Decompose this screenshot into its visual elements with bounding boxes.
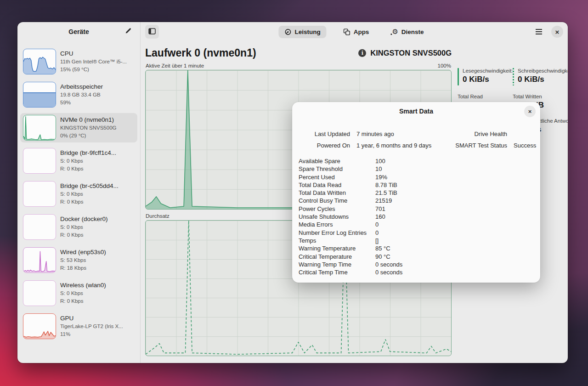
sidebar-item-wired[interactable]: Wired (enp53s0) S: 53 Kbps R: 18 Kbps <box>20 245 137 275</box>
sidebar: Geräte CPU 11th Gen Intel® Core™ i5-... … <box>17 22 141 363</box>
smart-row: Control Busy Time21519 <box>299 197 534 204</box>
write-legend-bar <box>513 68 514 85</box>
tab-leistung[interactable]: Leistung <box>278 26 326 38</box>
summary-value: 7 minutes ago <box>356 131 442 137</box>
device-model-name: KINGSTON SNVS500G <box>370 49 452 57</box>
page-title-row: Laufwerk 0 (nvme0n1) i KINGSTON SNVS500G <box>145 43 452 62</box>
smart-row: Total Data Written21.5 TiB <box>299 189 534 197</box>
smart-row: Available Spare100 <box>299 157 534 165</box>
speedometer-icon <box>284 28 291 35</box>
device-subtitle: S: 0 Kbps <box>60 190 119 198</box>
device-title: Wireless (wlan0) <box>60 282 106 289</box>
network-sparkline <box>23 247 56 273</box>
dialog-title: Smart Data <box>399 108 433 115</box>
tab-apps[interactable]: Apps <box>338 26 375 38</box>
sidebar-title: Geräte <box>68 28 89 35</box>
summary-label: Powered On <box>299 142 350 149</box>
device-title: NVMe 0 (nvme0n1) <box>60 116 117 123</box>
sidebar-panel-icon <box>148 28 156 36</box>
device-info[interactable]: i KINGSTON SNVS500G <box>358 49 452 57</box>
sidebar-item-docker[interactable]: Docker (docker0) S: 0 Kbps R: 0 Kbps <box>20 212 137 242</box>
dialog-header: Smart Data × <box>292 102 540 120</box>
smart-row: Critical Temp Time0 seconds <box>299 268 534 276</box>
window-close-button[interactable]: × <box>551 26 563 38</box>
smart-row: Total Data Read8.78 TiB <box>299 181 534 189</box>
sidebar-item-nvme0[interactable]: NVMe 0 (nvme0n1) KINGSTON SNVS500G 0% (2… <box>20 113 137 142</box>
device-title: Docker (docker0) <box>60 216 108 222</box>
smart-row: Warning Temperature85 °C <box>299 244 534 252</box>
smart-row: Warning Temp Time0 seconds <box>299 261 534 268</box>
view-tabs: Leistung Apps ⚙ Dienste <box>278 26 430 38</box>
summary-label: Drive Health <box>448 131 507 137</box>
write-speed-stat: Schreibgeschwindigkeit: 0 KiB/s <box>513 68 568 85</box>
sidebar-item-memory[interactable]: Arbeitsspeicher 19.8 GB 33.4 GB 59% <box>20 80 137 109</box>
speed-stats: Lesegeschwindigkeit: 0 KiB/s Schreibgesc… <box>458 68 568 85</box>
smart-row: Power Cycles701 <box>299 205 534 213</box>
summary-label: Last Updated <box>299 131 350 137</box>
tab-dienste[interactable]: ⚙ Dienste <box>386 26 430 38</box>
network-sparkline <box>23 214 56 240</box>
stat-value: 0 KiB/s <box>518 75 568 84</box>
windows-stack-icon <box>344 28 351 35</box>
read-speed-stat: Lesegeschwindigkeit: 0 KiB/s <box>458 68 513 85</box>
device-stat: R: 0 Kbps <box>60 165 116 172</box>
gear-icon: ⚙ <box>392 28 398 35</box>
page-title: Laufwerk 0 (nvme0n1) <box>145 47 256 59</box>
close-icon: × <box>528 108 532 114</box>
chart-label: Aktive Zeit über 1 minute <box>146 63 204 68</box>
active-time-chart-labels: Aktive Zeit über 1 minute 100% <box>146 63 451 68</box>
mission-center-window: Geräte CPU 11th Gen Intel® Core™ i5-... … <box>17 22 568 363</box>
device-stat: R: 0 Kbps <box>60 231 108 238</box>
headerbar: Leistung Apps ⚙ Dienste × <box>141 22 568 41</box>
device-subtitle: S: 0 Kbps <box>60 290 106 297</box>
network-sparkline <box>23 148 56 174</box>
device-subtitle: S: 0 Kbps <box>60 157 116 165</box>
summary-value: Success <box>514 142 546 149</box>
smart-row: Critical Temperature90 °C <box>299 253 534 261</box>
edit-devices-button[interactable] <box>122 26 134 38</box>
device-stat: R: 18 Kbps <box>60 264 106 272</box>
network-sparkline <box>23 181 56 207</box>
device-list: CPU 11th Gen Intel® Core™ i5-... 15% (59… <box>17 41 140 345</box>
device-stat: R: 0 Kbps <box>60 198 119 205</box>
sidebar-toggle-button[interactable] <box>145 25 159 39</box>
smart-row: Percent Used19% <box>299 173 534 181</box>
stat-label: Schreibgeschwindigkeit: <box>518 68 568 74</box>
stat-value: 0 KiB/s <box>463 75 513 84</box>
device-stat: 0% (29 °C) <box>60 132 117 139</box>
chart-max-label: 100% <box>438 63 451 68</box>
memory-usage-sparkline <box>23 82 56 108</box>
device-subtitle: TigerLake-LP GT2 (Iris X... <box>60 323 123 330</box>
sidebar-item-bridge-2[interactable]: Bridge (br-c505dd4... S: 0 Kbps R: 0 Kbp… <box>20 179 137 209</box>
dialog-close-button[interactable]: × <box>524 106 536 117</box>
device-subtitle: S: 0 Kbps <box>60 223 108 231</box>
sidebar-header: Geräte <box>17 22 140 41</box>
device-subtitle: KINGSTON SNVS500G <box>60 124 117 131</box>
main-menu-button[interactable] <box>533 26 545 38</box>
summary-label: SMART Test Status <box>448 142 507 149</box>
disk-usage-sparkline <box>23 115 56 141</box>
device-title: Wired (enp53s0) <box>60 249 106 255</box>
sidebar-item-wireless[interactable]: Wireless (wlan0) S: 0 Kbps R: 0 Kbps <box>20 278 137 308</box>
smart-summary: Last Updated 7 minutes ago Drive Health … <box>292 131 540 149</box>
device-title: GPU <box>60 315 123 322</box>
network-sparkline <box>23 280 56 306</box>
smart-row: Media Errors0 <box>299 221 534 228</box>
device-stat: R: 0 Kbps <box>60 297 106 305</box>
sidebar-item-gpu[interactable]: GPU TigerLake-LP GT2 (Iris X... 11% <box>20 312 137 341</box>
device-subtitle: 11th Gen Intel® Core™ i5-... <box>60 58 127 65</box>
read-legend-bar <box>458 68 459 85</box>
stat-label: Total Read <box>458 94 489 99</box>
sidebar-item-cpu[interactable]: CPU 11th Gen Intel® Core™ i5-... 15% (59… <box>20 47 137 76</box>
close-icon: × <box>555 28 560 35</box>
device-title: CPU <box>60 50 127 57</box>
sidebar-item-bridge-1[interactable]: Bridge (br-9fcff1c4... S: 0 Kbps R: 0 Kb… <box>20 146 137 176</box>
smart-attributes-list: Available Spare100 Spare Threshold10 Per… <box>292 157 540 276</box>
smart-row: Unsafe Shutdowns160 <box>299 213 534 221</box>
smart-row: Number Error Log Entries0 <box>299 229 534 237</box>
device-title: Arbeitsspeicher <box>60 83 103 90</box>
pencil-icon <box>124 28 131 36</box>
info-icon[interactable]: i <box>358 49 366 57</box>
device-title: Bridge (br-c505dd4... <box>60 182 119 189</box>
gpu-usage-sparkline <box>23 313 56 339</box>
